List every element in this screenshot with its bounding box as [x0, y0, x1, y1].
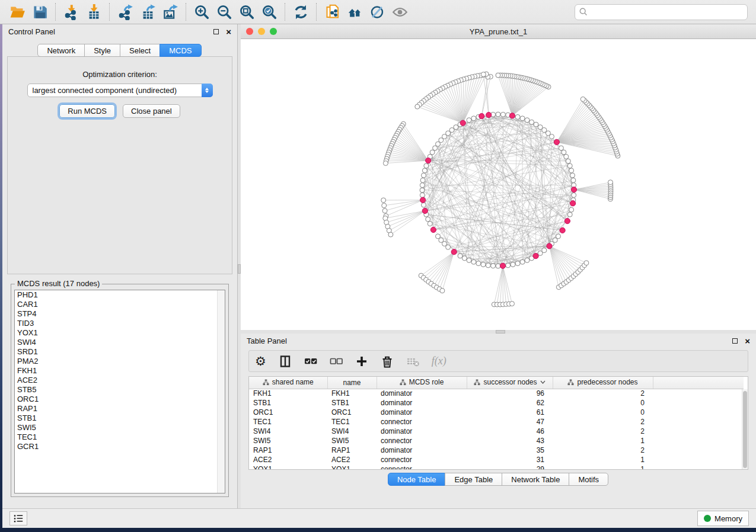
column-header-successor-nodes[interactable]: successor nodes [467, 377, 553, 389]
export-network-button[interactable] [114, 2, 136, 22]
mcds-result-item[interactable]: PMA2 [15, 357, 225, 366]
mcds-result-item[interactable]: RAP1 [15, 404, 225, 414]
mcds-result-item[interactable]: TEC1 [15, 432, 225, 442]
table-scrollbar[interactable] [742, 389, 748, 469]
memory-status-icon [704, 515, 711, 522]
mcds-result-item[interactable]: YOX1 [15, 328, 225, 338]
double-home-button[interactable] [343, 2, 366, 22]
table-cell: SWI5 [249, 436, 327, 446]
tab-node-table[interactable]: Node Table [388, 473, 446, 486]
mcds-list-scrollbar[interactable] [217, 290, 225, 493]
tab-network-table[interactable]: Network Table [502, 473, 569, 486]
table-row[interactable]: TEC1TEC1connector472 [249, 417, 744, 427]
trash-button[interactable] [381, 354, 394, 368]
column-header-shared-name[interactable]: shared name [249, 377, 327, 389]
mcds-result-item[interactable]: SRD1 [15, 347, 225, 357]
shared-column-icon [474, 379, 480, 386]
table-row[interactable]: SWI5SWI5connector431 [249, 436, 744, 446]
table-row[interactable]: YOX1YOX1connector291 [249, 464, 744, 470]
mcds-result-item[interactable]: STB1 [15, 414, 225, 423]
table-cell: RAP1 [249, 446, 327, 455]
node-table-grid[interactable]: shared namenameMCDS rolesuccessor nodesp… [249, 377, 744, 470]
network-canvas[interactable] [241, 39, 756, 330]
run-mcds-button[interactable]: Run MCDS [59, 104, 115, 118]
tab-motifs[interactable]: Motifs [569, 473, 608, 486]
network-graph[interactable] [241, 39, 756, 330]
table-row[interactable]: FKH1FKH1dominator962 [249, 389, 744, 398]
refresh-button[interactable] [289, 2, 312, 22]
close-panel-icon[interactable]: × [226, 29, 231, 34]
mcds-result-item[interactable]: SWI5 [15, 423, 225, 432]
float-window-icon[interactable] [213, 29, 219, 34]
tab-mcds[interactable]: MCDS [160, 44, 201, 57]
table-row[interactable]: ACE2ACE2connector311 [249, 455, 744, 464]
table-row[interactable]: ORC1ORC1dominator610 [249, 408, 744, 417]
table-cell: TEC1 [327, 417, 377, 427]
table-row[interactable]: RAP1RAP1dominator352 [249, 446, 744, 455]
column-header-predecessor-nodes[interactable]: predecessor nodes [553, 377, 653, 389]
mcds-result-item[interactable]: ACE2 [15, 376, 225, 385]
table-cell: 29 [467, 464, 553, 470]
tab-edge-table[interactable]: Edge Table [445, 473, 502, 486]
eye-button[interactable] [388, 2, 411, 22]
select-all-checks-button[interactable] [304, 354, 317, 368]
import-table-button[interactable] [82, 2, 105, 22]
table-cell: ACE2 [327, 455, 377, 464]
network-window-titlebar[interactable]: YPA_prune.txt_1 [241, 24, 756, 39]
memory-button[interactable]: Memory [697, 511, 749, 526]
column-header-filler [653, 377, 744, 389]
column-header-name[interactable]: name [327, 377, 377, 389]
task-history-button[interactable] [9, 511, 27, 525]
table-scrollbar-thumb[interactable] [743, 391, 747, 468]
import-network-button[interactable] [60, 2, 82, 22]
table-cell: 35 [467, 446, 553, 455]
table-panel-header: Table Panel × [241, 334, 756, 348]
dropdown-spinner-icon[interactable] [202, 84, 213, 97]
mcds-result-item[interactable]: GCR1 [15, 442, 225, 451]
mcds-result-list[interactable]: PHD1CAR1STP4TID3YOX1SWI4SRD1PMA2FKH1ACE2… [14, 290, 225, 493]
table-row[interactable]: SWI4SWI4dominator462 [249, 427, 744, 436]
gear-button[interactable]: ⚙ [255, 354, 266, 368]
mcds-result-item[interactable]: SWI4 [15, 338, 225, 347]
mcds-result-item[interactable]: FKH1 [15, 366, 225, 376]
criterion-dropdown[interactable]: largest connected component (undirected) [27, 84, 213, 97]
table-row[interactable]: STB1STB1dominator620 [249, 398, 744, 408]
network-window-title: YPA_prune.txt_1 [241, 27, 756, 36]
columns-button[interactable] [279, 354, 292, 368]
toolbar-separator [109, 3, 110, 21]
mcds-result-item[interactable]: STP4 [15, 309, 225, 319]
clear-checks-button[interactable] [330, 354, 343, 368]
export-image-button[interactable] [159, 2, 181, 22]
mcds-result-item[interactable]: PHD1 [15, 290, 225, 300]
mcds-result-item[interactable]: ORC1 [15, 395, 225, 404]
column-header-MCDS-role[interactable]: MCDS role [377, 377, 467, 389]
table-panel: Table Panel × ⚙f(x) shared namenameMCDS … [241, 334, 756, 508]
search-box[interactable] [575, 4, 748, 20]
search-input[interactable] [591, 7, 743, 17]
open-folder-button[interactable] [6, 2, 28, 22]
circle-slash-icon [369, 4, 385, 20]
document-share-button[interactable] [321, 2, 343, 22]
list-icon [13, 514, 24, 523]
mcds-result-item[interactable]: TID3 [15, 319, 225, 328]
tab-select[interactable]: Select [120, 44, 160, 57]
table-cell: SWI4 [249, 427, 327, 436]
zoom-fit-button[interactable] [235, 2, 258, 22]
zoom-out-button[interactable] [213, 2, 235, 22]
node-table: shared namenameMCDS rolesuccessor nodesp… [248, 376, 748, 470]
table-float-window-icon[interactable] [732, 338, 738, 344]
mcds-result-item[interactable]: STB5 [15, 385, 225, 395]
memory-label: Memory [714, 514, 742, 523]
zoom-in-button[interactable] [190, 2, 213, 22]
table-close-panel-icon[interactable]: × [745, 338, 750, 344]
save-floppy-button[interactable] [28, 2, 51, 22]
tab-network[interactable]: Network [37, 44, 85, 57]
export-table-button[interactable] [136, 2, 159, 22]
tab-style[interactable]: Style [84, 44, 120, 57]
circle-slash-button[interactable] [366, 2, 388, 22]
shared-column-icon [400, 379, 406, 386]
close-panel-button[interactable]: Close panel [123, 104, 180, 118]
add-button[interactable] [355, 354, 368, 368]
zoom-selected-button[interactable] [258, 2, 280, 22]
mcds-result-item[interactable]: CAR1 [15, 300, 225, 309]
